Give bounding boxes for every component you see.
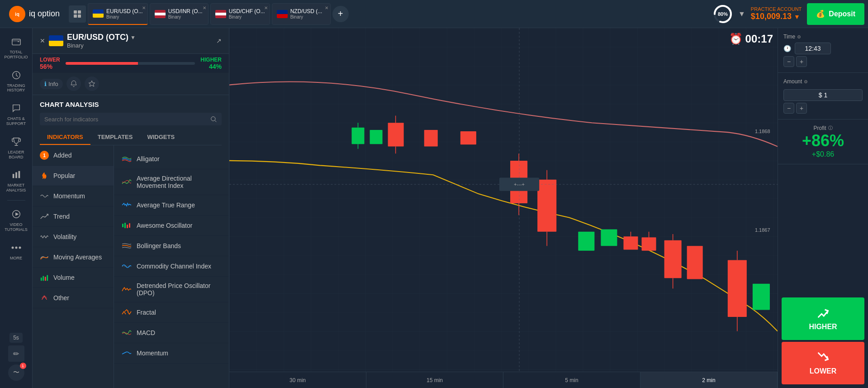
eurusd-type: Binary — [106, 14, 143, 19]
time-gear-icon[interactable]: ⚙ — [797, 34, 801, 39]
profit-label: Profit ⓘ — [783, 125, 863, 131]
progress-text: 80% — [718, 11, 728, 17]
instrument-type: Binary — [67, 42, 136, 49]
volatility-icon — [40, 232, 49, 241]
category-volume[interactable]: Volume — [33, 268, 114, 288]
tab-close-icon[interactable]: ✕ — [142, 5, 146, 10]
higher-button[interactable]: HIGHER — [782, 297, 864, 340]
indicator-cci[interactable]: Commodity Channel Index — [114, 256, 229, 277]
lower-bar-fill — [66, 62, 138, 65]
practice-label: PRACTICE ACCOUNT — [751, 6, 802, 12]
category-other[interactable]: Other — [33, 288, 114, 308]
expand-panel-button[interactable]: ↗ — [216, 37, 222, 44]
indicators-panel: 1 Added Popular Momentum — [33, 145, 229, 388]
time-2min[interactable]: 2 min — [640, 372, 778, 388]
amount-gear-icon[interactable]: ⚙ — [804, 79, 808, 84]
search-icon — [210, 115, 217, 123]
dots-icon — [10, 241, 23, 254]
logo-icon: iq — [9, 6, 25, 22]
indicator-fractal[interactable]: Fractal — [114, 302, 229, 323]
amount-minus[interactable]: − — [783, 103, 794, 114]
time-30min[interactable]: 30 min — [229, 372, 366, 388]
bell-button[interactable] — [66, 77, 81, 91]
info-icon: ℹ — [44, 81, 47, 87]
tab-usdchf[interactable]: ✕ USD/CHF (O... Binary — [210, 3, 270, 25]
usdinr-info: USD/INR (O... Binary — [168, 8, 203, 19]
progress-dropdown[interactable]: ▼ — [738, 10, 745, 18]
info-button[interactable]: ℹ Info — [40, 79, 63, 89]
category-momentum[interactable]: Momentum — [33, 186, 114, 206]
draw-button[interactable]: ✏ — [8, 345, 24, 362]
category-moving-averages[interactable]: Moving Averages — [33, 247, 114, 268]
tab-templates[interactable]: TEMPLATES — [90, 130, 140, 145]
market-label: MARKETANALYSIS — [6, 183, 26, 193]
tab-nzdusd[interactable]: ✕ NZD/USD (... Binary — [272, 3, 331, 25]
time-5min[interactable]: 5 min — [503, 372, 640, 388]
indicator-macd[interactable]: MACD — [114, 323, 229, 343]
svg-point-19 — [211, 117, 215, 121]
tab-eurusd[interactable]: ✕ EUR/USD (O... Binary — [88, 3, 148, 25]
indicator-momentum[interactable]: Momentum — [114, 343, 229, 364]
instrument-header: ✕ EUR/USD (OTC) ▼ Binary ↗ — [33, 28, 229, 54]
sidebar-item-market[interactable]: MARKETANALYSIS — [2, 165, 31, 196]
time-plus[interactable]: + — [796, 56, 807, 67]
grid-view-button[interactable] — [69, 5, 86, 23]
tab-usdinr[interactable]: ✕ USD/INR (O... Binary — [150, 3, 209, 25]
sidebar-item-history[interactable]: TRADINGHISTORY — [2, 65, 31, 97]
tab-close-icon-4[interactable]: ✕ — [325, 5, 328, 10]
progress-circle[interactable]: 80% — [713, 4, 733, 24]
amount-input[interactable] — [783, 89, 863, 101]
category-added[interactable]: 1 Added — [33, 145, 114, 166]
balance-dropdown[interactable]: ▼ — [794, 13, 800, 20]
tab-widgets[interactable]: WIDGETS — [140, 130, 182, 145]
close-panel-button[interactable]: ✕ — [40, 37, 45, 44]
tab-close-icon-3[interactable]: ✕ — [264, 5, 268, 10]
macd-icon — [121, 328, 132, 337]
instrument-dropdown-icon[interactable]: ▼ — [130, 34, 136, 41]
logo: iq iq option — [4, 6, 67, 22]
profit-amt: +$0.86 — [783, 150, 863, 158]
svg-rect-50 — [642, 237, 656, 250]
svg-rect-11 — [15, 172, 17, 178]
sidebar-item-video[interactable]: VIDEOTUTORIALS — [2, 204, 31, 236]
panel-area: ✕ EUR/USD (OTC) ▼ Binary ↗ LOWER 56% HIG… — [33, 28, 229, 388]
chart-analysis-panel: CHART ANALYSIS INDICATORS TEMPLATES WIDG… — [33, 95, 229, 388]
sidebar-item-chats[interactable]: CHATS &SUPPORT — [2, 98, 31, 130]
history-label: TRADINGHISTORY — [7, 83, 25, 93]
category-volatility[interactable]: Volatility — [33, 227, 114, 247]
eurusd-info: EUR/USD (O... Binary — [106, 8, 143, 19]
star-button[interactable] — [85, 77, 99, 91]
atr-label: Average True Range — [137, 201, 195, 209]
usdinr-flag — [155, 10, 166, 18]
time-input[interactable] — [795, 43, 831, 54]
tab-indicators[interactable]: INDICATORS — [40, 130, 90, 145]
indicator-atr[interactable]: Average True Range — [114, 195, 229, 216]
indicator-admi[interactable]: Average Directional Movement Index — [114, 169, 229, 195]
amount-plus[interactable]: + — [796, 103, 807, 114]
interval-button[interactable]: 5s — [9, 333, 23, 343]
svg-rect-26 — [127, 225, 128, 228]
time-15min[interactable]: 15 min — [366, 372, 503, 388]
usdchf-info: USD/CHF (O... Binary — [229, 8, 265, 19]
dpo-label: Detrended Price Oscillator (DPO) — [137, 282, 222, 297]
sidebar-item-more[interactable]: MORE — [2, 238, 31, 264]
indicator-dpo[interactable]: Detrended Price Oscillator (DPO) — [114, 277, 229, 302]
svg-rect-23 — [47, 275, 48, 281]
sidebar-item-portfolio[interactable]: TOTALPORTFOLIO — [2, 32, 31, 63]
indicator-bollinger[interactable]: Bollinger Bands — [114, 236, 229, 256]
clock-icon — [10, 69, 23, 81]
deposit-button[interactable]: 💰 Deposit — [807, 3, 864, 25]
indicator-alligator[interactable]: Alligator — [114, 149, 229, 169]
dpo-icon — [121, 285, 132, 294]
timer: ⏰ 00:17 — [729, 33, 773, 45]
time-minus[interactable]: − — [783, 56, 794, 67]
category-trend[interactable]: Trend — [33, 206, 114, 227]
lower-button[interactable]: LOWER — [782, 342, 864, 384]
svg-rect-31 — [351, 128, 364, 144]
sidebar-item-leaderboard[interactable]: LEADERBOARD — [2, 132, 31, 163]
add-tab-button[interactable]: + — [332, 6, 349, 22]
indicator-awesome[interactable]: Awesome Oscillator — [114, 216, 229, 236]
tab-close-icon-2[interactable]: ✕ — [203, 5, 206, 10]
search-input[interactable] — [44, 116, 207, 123]
category-popular[interactable]: Popular — [33, 166, 114, 186]
